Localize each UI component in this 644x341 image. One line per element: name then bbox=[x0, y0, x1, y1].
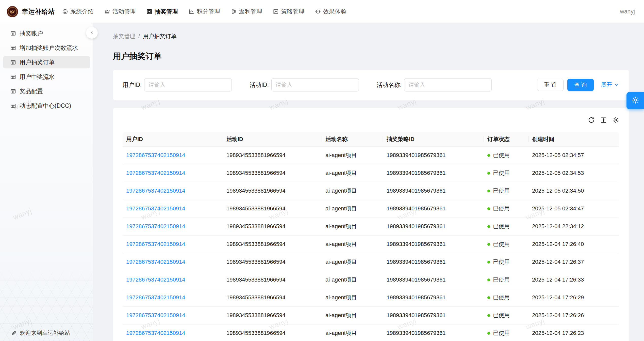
column-header: 创建时间 bbox=[529, 132, 619, 146]
breadcrumb-separator: / bbox=[138, 33, 140, 40]
activity-name-cell: ai-agent项目 bbox=[322, 218, 383, 235]
table-icon bbox=[10, 59, 16, 65]
settings-icon[interactable] bbox=[612, 117, 619, 123]
breadcrumb-parent[interactable]: 抽奖管理 bbox=[113, 33, 135, 40]
created-at-cell: 2025-12-04 17:26:23 bbox=[529, 324, 619, 341]
user-id-link[interactable]: 1972867537402150914 bbox=[126, 276, 185, 283]
status-label: 已使用 bbox=[493, 258, 510, 266]
order-status-cell: 已使用 bbox=[484, 324, 529, 341]
filter-group-2: 活动名称: bbox=[377, 78, 492, 91]
brand[interactable]: 幸运补给站 bbox=[7, 6, 55, 18]
activity-id-cell: 1989345533881966594 bbox=[223, 235, 322, 253]
table-row: 19728675374021509141989345533881966594ai… bbox=[123, 164, 619, 182]
filter-input-0[interactable] bbox=[144, 78, 232, 91]
filter-input-2[interactable] bbox=[404, 78, 492, 91]
user-id-link[interactable]: 1972867537402150914 bbox=[126, 259, 185, 265]
theme-settings-fab[interactable] bbox=[626, 92, 644, 109]
created-at-cell: 2025-12-05 02:34:53 bbox=[529, 164, 619, 182]
status-label: 已使用 bbox=[493, 294, 510, 301]
user-id-link[interactable]: 1972867537402150914 bbox=[126, 152, 185, 158]
refresh-icon[interactable] bbox=[588, 117, 595, 123]
search-button[interactable]: 查 询 bbox=[567, 79, 594, 91]
table-icon bbox=[10, 88, 16, 94]
expand-label: 展开 bbox=[601, 81, 612, 89]
status-dot bbox=[487, 154, 490, 157]
user-id-link[interactable]: 1972867537402150914 bbox=[126, 223, 185, 229]
reset-button[interactable]: 重 置 bbox=[537, 79, 564, 91]
trend-box-icon bbox=[273, 9, 279, 14]
nav-item-4[interactable]: 返利管理 bbox=[225, 0, 268, 23]
nav-item-1[interactable]: 活动管理 bbox=[99, 0, 141, 23]
filter-group-0: 用户ID: bbox=[123, 78, 232, 91]
nav-item-label: 积分管理 bbox=[197, 8, 220, 16]
user-id-link[interactable]: 1972867537402150914 bbox=[126, 241, 185, 247]
order-status-cell: 已使用 bbox=[484, 146, 529, 164]
activity-name-cell: ai-agent项目 bbox=[322, 289, 383, 306]
table-row: 19728675374021509141989345533881966594ai… bbox=[123, 253, 619, 271]
sidebar-item-label: 用户抽奖订单 bbox=[20, 58, 55, 66]
user-id-link[interactable]: 1972867537402150914 bbox=[126, 205, 185, 212]
created-at-cell: 2025-12-04 17:26:33 bbox=[529, 271, 619, 289]
nav-item-2[interactable]: 抽奖管理 bbox=[141, 0, 183, 23]
chevron-left-icon bbox=[90, 30, 94, 36]
created-at-cell: 2025-12-05 02:34:47 bbox=[529, 200, 619, 218]
strategy-id-cell: 1989339401985679361 bbox=[383, 253, 484, 271]
strategy-id-cell: 1989339401985679361 bbox=[383, 235, 484, 253]
smile-icon bbox=[62, 9, 68, 14]
created-at-cell: 2025-12-05 02:34:50 bbox=[529, 182, 619, 200]
strategy-id-cell: 1989339401985679361 bbox=[383, 289, 484, 306]
username[interactable]: wanyj bbox=[620, 8, 636, 15]
nav-item-5[interactable]: 策略管理 bbox=[268, 0, 310, 23]
strategy-id-cell: 1989339401985679361 bbox=[383, 324, 484, 341]
user-id-link[interactable]: 1972867537402150914 bbox=[126, 188, 185, 194]
strategy-id-cell: 1989339401985679361 bbox=[383, 200, 484, 218]
sidebar-item-2[interactable]: 用户抽奖订单 bbox=[3, 56, 90, 68]
table-icon bbox=[10, 45, 16, 51]
sidebar-collapse-button[interactable] bbox=[86, 27, 98, 39]
table-row: 19728675374021509141989345533881966594ai… bbox=[123, 271, 619, 289]
order-status-cell: 已使用 bbox=[484, 164, 529, 182]
strategy-id-cell: 1989339401985679361 bbox=[383, 218, 484, 235]
expand-toggle[interactable]: 展开 bbox=[601, 81, 619, 89]
strategy-id-cell: 1989339401985679361 bbox=[383, 271, 484, 289]
top-navbar: 幸运补给站 系统介绍活动管理抽奖管理积分管理返利管理策略管理效果体验 wanyj bbox=[0, 0, 644, 23]
column-height-icon[interactable] bbox=[600, 117, 607, 123]
order-status-cell: 已使用 bbox=[484, 253, 529, 271]
nav-item-label: 效果体验 bbox=[323, 8, 346, 16]
sidebar-item-0[interactable]: 抽奖账户 bbox=[3, 27, 90, 39]
activity-id-cell: 1989345533881966594 bbox=[223, 324, 322, 341]
activity-name-cell: ai-agent项目 bbox=[322, 164, 383, 182]
activity-id-cell: 1989345533881966594 bbox=[223, 271, 322, 289]
created-at-cell: 2025-12-04 17:26:26 bbox=[529, 306, 619, 324]
order-status-cell: 已使用 bbox=[484, 306, 529, 324]
status-dot bbox=[487, 243, 490, 246]
status-label: 已使用 bbox=[493, 312, 510, 319]
table-icon bbox=[10, 103, 16, 109]
breadcrumb-current: 用户抽奖订单 bbox=[143, 33, 176, 40]
nav-item-6[interactable]: 效果体验 bbox=[310, 0, 352, 23]
filter-input-1[interactable] bbox=[271, 78, 359, 91]
user-id-link[interactable]: 1972867537402150914 bbox=[126, 330, 185, 336]
activity-name-cell: ai-agent项目 bbox=[322, 306, 383, 324]
nav-item-0[interactable]: 系统介绍 bbox=[57, 0, 99, 23]
sidebar-item-label: 动态配置中心(DCC) bbox=[20, 102, 71, 110]
sidebar-item-3[interactable]: 用户中奖流水 bbox=[3, 71, 90, 83]
user-id-link[interactable]: 1972867537402150914 bbox=[126, 294, 185, 301]
user-id-link[interactable]: 1972867537402150914 bbox=[126, 312, 185, 318]
status-label: 已使用 bbox=[493, 187, 510, 195]
candlestick-icon bbox=[231, 9, 237, 14]
nav-item-3[interactable]: 积分管理 bbox=[183, 0, 225, 23]
table-row: 19728675374021509141989345533881966594ai… bbox=[123, 235, 619, 253]
table-row: 19728675374021509141989345533881966594ai… bbox=[123, 289, 619, 306]
user-id-link[interactable]: 1972867537402150914 bbox=[126, 170, 185, 176]
sidebar-item-4[interactable]: 奖品配置 bbox=[3, 85, 90, 97]
sidebar-footer-link[interactable]: 欢迎来到幸运补给站 bbox=[11, 329, 70, 337]
table-row: 19728675374021509141989345533881966594ai… bbox=[123, 182, 619, 200]
sidebar-item-5[interactable]: 动态配置中心(DCC) bbox=[3, 100, 90, 112]
order-status-cell: 已使用 bbox=[484, 200, 529, 218]
order-status-cell: 已使用 bbox=[484, 218, 529, 235]
status-label: 已使用 bbox=[493, 329, 510, 337]
sidebar-item-1[interactable]: 增加抽奖账户次数流水 bbox=[3, 42, 90, 54]
table-icon bbox=[10, 74, 16, 80]
activity-id-cell: 1989345533881966594 bbox=[223, 146, 322, 164]
